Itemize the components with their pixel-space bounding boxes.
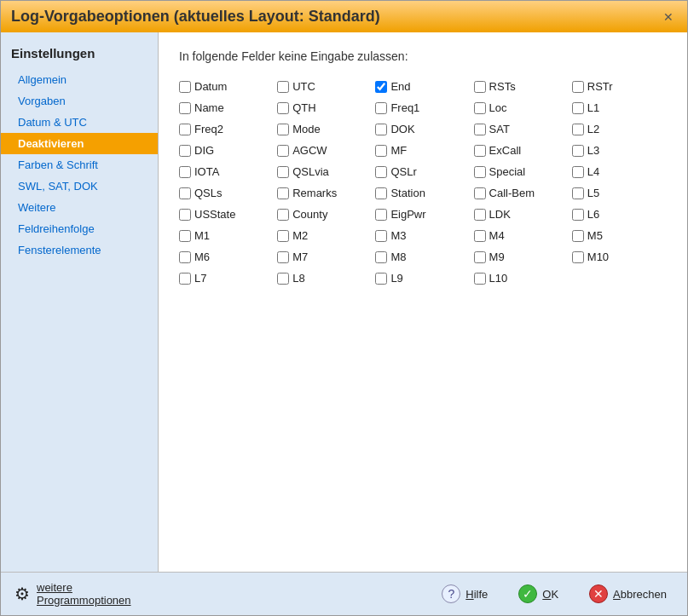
checkbox-label-l4[interactable]: L4: [587, 165, 599, 178]
checkbox-l3[interactable]: [572, 145, 584, 157]
sidebar-item-farben-schrift[interactable]: Farben & Schrift: [1, 154, 158, 176]
checkbox-label-m2[interactable]: M2: [292, 229, 308, 242]
checkbox-label-dok[interactable]: DOK: [390, 123, 414, 135]
checkbox-county[interactable]: [277, 209, 289, 221]
checkbox-label-sat[interactable]: SAT: [489, 123, 510, 135]
checkbox-label-usstate[interactable]: USState: [194, 208, 235, 221]
checkbox-l7[interactable]: [179, 273, 191, 285]
checkbox-label-qsls[interactable]: QSLs: [194, 187, 223, 199]
checkbox-label-m6[interactable]: M6: [194, 250, 210, 263]
checkbox-label-loc[interactable]: Loc: [489, 101, 507, 114]
checkbox-label-m8[interactable]: M8: [390, 250, 406, 263]
checkbox-rsts[interactable]: [474, 81, 486, 93]
checkbox-label-m4[interactable]: M4: [489, 229, 505, 242]
close-button[interactable]: ✕: [660, 9, 677, 26]
checkbox-qslvia[interactable]: [277, 166, 289, 178]
checkbox-label-name[interactable]: Name: [194, 101, 224, 114]
checkbox-end[interactable]: [375, 81, 387, 93]
checkbox-label-rstr[interactable]: RSTr: [587, 80, 613, 93]
checkbox-m9[interactable]: [474, 251, 486, 263]
checkbox-label-l3[interactable]: L3: [587, 144, 599, 157]
sidebar-item-allgemein[interactable]: Allgemein: [1, 69, 158, 90]
checkbox-m2[interactable]: [277, 230, 289, 242]
checkbox-label-l1[interactable]: L1: [587, 101, 599, 114]
checkbox-call-bem[interactable]: [474, 187, 486, 199]
checkbox-label-remarks[interactable]: Remarks: [292, 187, 337, 199]
checkbox-m7[interactable]: [277, 251, 289, 263]
checkbox-label-qth[interactable]: QTH: [292, 101, 315, 114]
checkbox-label-eigpwr[interactable]: EigPwr: [390, 208, 425, 221]
checkbox-label-mode[interactable]: Mode: [292, 123, 321, 135]
checkbox-usstate[interactable]: [179, 209, 191, 221]
checkbox-remarks[interactable]: [277, 187, 289, 199]
checkbox-label-l6[interactable]: L6: [587, 208, 599, 221]
checkbox-label-m1[interactable]: M1: [194, 229, 210, 242]
sidebar-item-feldreihenfolge[interactable]: Feldreihenfolge: [1, 218, 158, 239]
checkbox-label-county[interactable]: County: [292, 208, 327, 221]
checkbox-label-mf[interactable]: MF: [390, 144, 407, 157]
checkbox-sat[interactable]: [474, 124, 486, 135]
checkbox-label-qslvia[interactable]: QSLvia: [292, 165, 329, 178]
checkbox-agcw[interactable]: [277, 145, 289, 157]
checkbox-excall[interactable]: [474, 145, 486, 157]
checkbox-label-l7[interactable]: L7: [194, 272, 206, 285]
checkbox-eigpwr[interactable]: [375, 209, 387, 221]
checkbox-m8[interactable]: [375, 251, 387, 263]
checkbox-label-agcw[interactable]: AGCW: [292, 144, 327, 157]
checkbox-freq2[interactable]: [179, 124, 191, 135]
checkbox-label-utc[interactable]: UTC: [292, 80, 315, 93]
checkbox-qsls[interactable]: [179, 187, 191, 199]
checkbox-label-m9[interactable]: M9: [489, 250, 505, 263]
checkbox-m4[interactable]: [474, 230, 486, 242]
checkbox-label-iota[interactable]: IOTA: [194, 165, 219, 178]
checkbox-label-l8[interactable]: L8: [292, 272, 304, 285]
checkbox-freq1[interactable]: [375, 102, 387, 114]
checkbox-label-l5[interactable]: L5: [587, 187, 599, 199]
more-options-button[interactable]: ⚙ weitere Programmoptionen: [14, 581, 131, 607]
help-button[interactable]: ? Hilfe: [435, 581, 494, 607]
checkbox-label-ldk[interactable]: LDK: [489, 208, 511, 221]
checkbox-label-special[interactable]: Special: [489, 165, 526, 178]
checkbox-dok[interactable]: [375, 124, 387, 135]
checkbox-utc[interactable]: [277, 81, 289, 93]
checkbox-l4[interactable]: [572, 166, 584, 178]
checkbox-m5[interactable]: [572, 230, 584, 242]
checkbox-label-excall[interactable]: ExCall: [489, 144, 522, 157]
checkbox-mode[interactable]: [277, 124, 289, 135]
checkbox-label-freq2[interactable]: Freq2: [194, 123, 223, 135]
checkbox-m6[interactable]: [179, 251, 191, 263]
checkbox-label-call-bem[interactable]: Call-Bem: [489, 187, 535, 199]
checkbox-ldk[interactable]: [474, 209, 486, 221]
checkbox-l1[interactable]: [572, 102, 584, 114]
cancel-button[interactable]: ✕ Abbrechen: [582, 581, 674, 607]
sidebar-item-weitere[interactable]: Weitere: [1, 197, 158, 218]
checkbox-l6[interactable]: [572, 209, 584, 221]
checkbox-rstr[interactable]: [572, 81, 584, 93]
checkbox-l5[interactable]: [572, 187, 584, 199]
sidebar-item-vorgaben[interactable]: Vorgaben: [1, 90, 158, 112]
checkbox-label-qslr[interactable]: QSLr: [390, 165, 416, 178]
checkbox-dig[interactable]: [179, 145, 191, 157]
checkbox-special[interactable]: [474, 166, 486, 178]
checkbox-label-m5[interactable]: M5: [587, 229, 603, 242]
checkbox-mf[interactable]: [375, 145, 387, 157]
checkbox-label-l9[interactable]: L9: [390, 272, 402, 285]
checkbox-m10[interactable]: [572, 251, 584, 263]
checkbox-label-m10[interactable]: M10: [587, 250, 609, 263]
checkbox-l9[interactable]: [375, 273, 387, 285]
checkbox-label-m7[interactable]: M7: [292, 250, 308, 263]
sidebar-item-fensterelemente[interactable]: Fensterelemente: [1, 239, 158, 261]
checkbox-label-rsts[interactable]: RSTs: [489, 80, 516, 93]
checkbox-l10[interactable]: [474, 273, 486, 285]
checkbox-label-dig[interactable]: DIG: [194, 144, 214, 157]
checkbox-m3[interactable]: [375, 230, 387, 242]
checkbox-l8[interactable]: [277, 273, 289, 285]
checkbox-station[interactable]: [375, 187, 387, 199]
checkbox-l2[interactable]: [572, 124, 584, 135]
checkbox-name[interactable]: [179, 102, 191, 114]
sidebar-item-datum-utc[interactable]: Datum & UTC: [1, 112, 158, 133]
ok-button[interactable]: ✓ OK: [512, 581, 565, 607]
checkbox-label-datum[interactable]: Datum: [194, 80, 227, 93]
checkbox-label-l2[interactable]: L2: [587, 123, 599, 135]
checkbox-label-m3[interactable]: M3: [390, 229, 406, 242]
